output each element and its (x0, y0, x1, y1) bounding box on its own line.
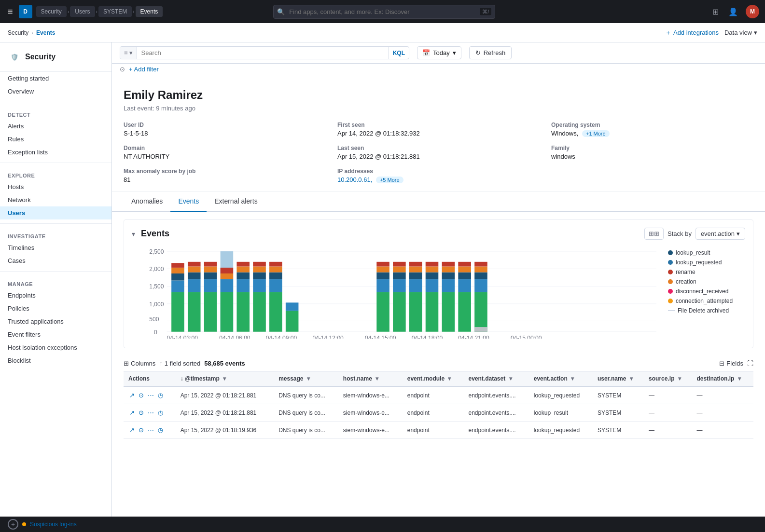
sidebar-item-getting-started[interactable]: Getting started (0, 72, 111, 85)
col-destination-ip[interactable]: destination.ip ▾ (692, 371, 753, 386)
more-icon[interactable]: ⋯ (147, 408, 155, 417)
row-event-action: lookup_requested (529, 386, 593, 404)
svg-text:1,500: 1,500 (149, 283, 164, 290)
sidebar-header: 🛡️ Security (0, 42, 111, 72)
network-icon[interactable]: ⊙ (138, 408, 145, 417)
col-user-name[interactable]: user.name ▾ (593, 371, 644, 386)
sidebar-divider-1 (0, 102, 111, 102)
col-timestamp[interactable]: ↓ @timestamp ▾ (176, 371, 274, 386)
svg-rect-12 (171, 292, 184, 332)
add-integrations-button[interactable]: ＋ Add integrations (665, 28, 719, 37)
profile-name: Emily Ramirez (124, 88, 753, 102)
tab-anomalies[interactable]: Anomalies (124, 191, 170, 212)
stack-by-select[interactable]: event.action ▾ (695, 228, 745, 240)
add-filter-button[interactable]: + Add filter (129, 66, 159, 73)
user-icon-button[interactable]: 👤 (726, 5, 740, 18)
col-event-action[interactable]: event.action ▾ (529, 371, 593, 386)
secondary-breadcrumb-active[interactable]: Events (36, 29, 55, 36)
row-timestamp: Apr 15, 2022 @ 01:18:21.881 (176, 404, 274, 422)
svg-rect-81 (474, 273, 487, 279)
suspicious-logins-dot (22, 522, 26, 526)
expand-icon[interactable]: ↗ (128, 408, 136, 417)
svg-rect-75 (458, 279, 471, 292)
sidebar-item-cases[interactable]: Cases (0, 254, 111, 267)
sort-button[interactable]: ↑ 1 field sorted (159, 360, 200, 367)
profile-grid: User ID S-1-5-18 First seen Apr 14, 2022… (124, 122, 753, 183)
network-icon[interactable]: ⊙ (138, 391, 145, 400)
sidebar-item-endpoints[interactable]: Endpoints (0, 289, 111, 302)
sidebar-item-trusted-applications[interactable]: Trusted applications (0, 315, 111, 328)
timeline-icon[interactable]: ◷ (157, 391, 164, 400)
sidebar-item-network[interactable]: Network (0, 193, 111, 206)
col-event-dataset[interactable]: event.dataset ▾ (463, 371, 529, 386)
kql-button[interactable]: KQL (389, 47, 409, 59)
sidebar-item-blocklist[interactable]: Blocklist (0, 354, 111, 367)
row-event-dataset: endpoint.events.... (463, 422, 529, 439)
row-event-module: endpoint (403, 422, 464, 439)
svg-rect-16 (171, 263, 184, 268)
fullscreen-button[interactable]: ⛶ (747, 360, 753, 367)
sidebar-item-alerts[interactable]: Alerts (0, 120, 111, 133)
col-source-ip[interactable]: source.ip ▾ (644, 371, 692, 386)
secondary-breadcrumb-security[interactable]: Security (8, 29, 28, 36)
svg-rect-37 (253, 292, 266, 332)
hamburger-button[interactable]: ≡ (6, 5, 15, 19)
global-search-input[interactable] (273, 5, 495, 19)
sidebar-item-overview[interactable]: Overview (0, 85, 111, 98)
tab-events[interactable]: Events (170, 191, 207, 212)
suspicious-logins-link[interactable]: Suspicious log-ins (30, 521, 77, 528)
row-destination-ip: — (692, 386, 753, 404)
chart-options-button[interactable]: ⊞⊞ (644, 228, 664, 240)
col-host-name[interactable]: host.name ▾ (338, 371, 403, 386)
search-type-button[interactable]: ≡ ▾ (120, 47, 137, 59)
expand-icon[interactable]: ↗ (128, 391, 136, 400)
row-source-ip: — (644, 386, 692, 404)
network-icon[interactable]: ⊙ (138, 425, 145, 435)
sidebar-item-policies[interactable]: Policies (0, 302, 111, 315)
expand-icon[interactable]: ↗ (128, 425, 136, 435)
fields-button[interactable]: ⊟ Fields (719, 360, 743, 367)
sidebar-item-timelines[interactable]: Timelines (0, 241, 111, 254)
collapse-icon[interactable]: ▾ (132, 230, 135, 238)
row-event-dataset: endpoint.events.... (463, 404, 529, 422)
col-message[interactable]: message ▾ (274, 371, 338, 386)
sidebar-item-rules[interactable]: Rules (0, 133, 111, 146)
sidebar-item-event-filters[interactable]: Event filters (0, 328, 111, 341)
sidebar-item-users[interactable]: Users (0, 206, 111, 219)
data-view-button[interactable]: Data view ▾ (724, 29, 757, 36)
breadcrumb-security[interactable]: Security (36, 6, 67, 17)
svg-rect-82 (474, 266, 487, 272)
tab-external-alerts[interactable]: External alerts (207, 191, 265, 212)
ip-more-badge[interactable]: +5 More (376, 177, 403, 183)
ip-address-link[interactable]: 10.200.0.61, (337, 176, 372, 183)
svg-rect-30 (221, 273, 234, 279)
svg-rect-55 (393, 279, 406, 292)
breadcrumb-system[interactable]: SYSTEM (98, 6, 132, 17)
sidebar-item-exception-lists[interactable]: Exception lists (0, 146, 111, 159)
columns-button[interactable]: ⊞ Columns (124, 360, 155, 367)
field-domain: Domain NT AUTHORITY (124, 145, 326, 160)
search-input[interactable] (137, 47, 388, 59)
svg-rect-49 (376, 292, 389, 332)
sidebar-item-hosts[interactable]: Hosts (0, 180, 111, 193)
svg-text:500: 500 (149, 316, 159, 323)
sidebar-item-host-isolation-exceptions[interactable]: Host isolation exceptions (0, 341, 111, 354)
row-user-name: SYSTEM (593, 386, 644, 404)
table-row: ↗ ⊙ ⋯ ◷ Apr 15, 2022 @ 01:18:21.881 DNS … (124, 404, 753, 422)
timeline-icon[interactable]: ◷ (157, 408, 164, 417)
fields-icon: ⊟ (719, 360, 724, 367)
bottom-add-button[interactable]: + (8, 519, 18, 530)
filter-row-2: ⊙ + Add filter (112, 64, 765, 77)
refresh-button[interactable]: ↻ Refresh (469, 46, 512, 59)
svg-rect-78 (458, 262, 471, 267)
grid-icon-button[interactable]: ⊞ (710, 5, 721, 18)
more-icon[interactable]: ⋯ (147, 391, 155, 400)
breadcrumb-users[interactable]: Users (70, 6, 95, 17)
sidebar-section-investigate: Investigate (0, 228, 111, 241)
col-event-module[interactable]: event.module ▾ (403, 371, 464, 386)
timeline-icon[interactable]: ◷ (157, 425, 164, 435)
os-more-badge[interactable]: +1 More (582, 130, 610, 137)
more-icon[interactable]: ⋯ (147, 425, 155, 435)
date-picker[interactable]: 📅 Today ▾ (417, 46, 461, 59)
breadcrumb-events[interactable]: Events (136, 6, 163, 17)
